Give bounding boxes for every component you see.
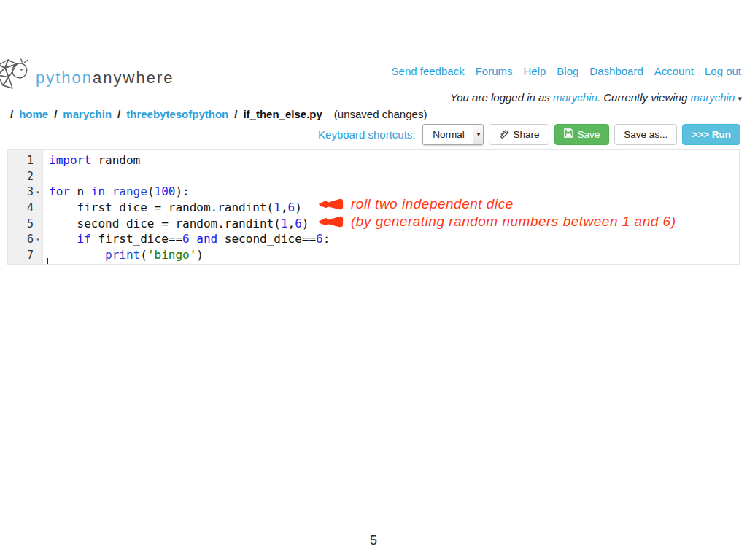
annotation-text: (by generating random numbers between 1 … (351, 214, 676, 230)
editor-gutter: 123▾456▾7 (8, 150, 43, 264)
line-number[interactable]: 7 (8, 247, 42, 263)
login-status-prefix: You are logged in as (450, 91, 553, 104)
pointing-hand-icon (318, 197, 344, 211)
text-cursor (47, 258, 48, 264)
annotation-text: roll two independent dice (351, 196, 514, 212)
run-button[interactable]: >>> Run (682, 124, 740, 145)
annotation-roll-dice: roll two independent dice (318, 196, 514, 212)
breadcrumb-link-marychin[interactable]: marychin (63, 108, 112, 120)
fold-caret-icon[interactable]: ▾ (34, 236, 42, 243)
pythonanywhere-logo-icon (0, 58, 31, 94)
breadcrumb: / home / marychin / threebytesofpython /… (10, 108, 427, 120)
pointing-hand-icon (318, 214, 344, 229)
code-line[interactable] (49, 168, 739, 184)
save-as-button[interactable]: Save as... (614, 124, 677, 145)
unsaved-changes-label: (unsaved changes) (334, 108, 427, 120)
code-line[interactable]: print('bingo') (49, 247, 739, 263)
save-button[interactable]: Save (554, 124, 610, 145)
login-status-line: You are logged in as marychin. Currently… (450, 91, 742, 104)
breadcrumb-separator: / (234, 108, 237, 120)
code-line[interactable]: import random (49, 152, 739, 168)
viewing-user-link[interactable]: marychin (690, 91, 735, 104)
nav-link-dashboard[interactable]: Dashboard (589, 65, 643, 77)
fold-caret-icon[interactable]: ▾ (34, 189, 42, 195)
line-number[interactable]: 1 (8, 152, 42, 168)
print-margin-line (608, 150, 608, 264)
pythonanywhere-logo[interactable]: pythonanywhere (0, 58, 174, 94)
line-number[interactable]: 5 (8, 216, 42, 232)
run-button-label: >>> Run (692, 129, 731, 140)
breadcrumb-separator: / (117, 108, 120, 120)
line-number[interactable]: 3▾ (8, 184, 42, 200)
nav-link-blog[interactable]: Blog (557, 65, 578, 77)
logged-in-user-link[interactable]: marychin (553, 91, 597, 104)
line-number[interactable]: 4 (8, 200, 42, 216)
top-nav: Send feedback Forums Help Blog Dashboard… (392, 65, 741, 77)
annotation-random-numbers: (by generating random numbers between 1 … (318, 214, 676, 230)
nav-link-send-feedback[interactable]: Send feedback (392, 65, 465, 77)
breadcrumb-current-file: if_then_else.py (243, 108, 322, 120)
slide: { "colors": { "brand_light_blue": "#53b1… (0, 0, 747, 560)
share-button[interactable]: Share (489, 124, 549, 145)
keyboard-mode-value: Normal (423, 125, 473, 144)
floppy-disk-icon (564, 128, 573, 140)
paperclip-icon (498, 128, 508, 141)
line-number[interactable]: 2 (8, 168, 42, 184)
nav-link-help[interactable]: Help (523, 65, 546, 77)
login-status-middle: . Currently viewing (597, 91, 691, 104)
breadcrumb-link-home[interactable]: home (19, 108, 48, 120)
code-line[interactable]: if first_dice==6 and second_dice==6: (49, 231, 739, 247)
nav-link-account[interactable]: Account (654, 65, 694, 77)
pythonanywhere-logo-text: pythonanywhere (36, 69, 174, 88)
keyboard-shortcuts-label: Keyboard shortcuts: (318, 128, 415, 141)
line-number[interactable]: 6▾ (8, 231, 42, 247)
editor-toolbar: Keyboard shortcuts: Normal ▼ Share Save … (318, 123, 740, 145)
save-button-label: Save (578, 129, 600, 140)
slide-page-number: 5 (0, 533, 747, 548)
chevron-down-icon[interactable]: ▾ (738, 94, 742, 103)
nav-link-logout[interactable]: Log out (705, 65, 741, 77)
breadcrumb-separator: / (10, 108, 13, 120)
chevron-down-icon: ▼ (473, 125, 483, 144)
nav-link-forums[interactable]: Forums (476, 65, 513, 77)
breadcrumb-link-threebytesofpython[interactable]: threebytesofpython (126, 108, 228, 120)
share-button-label: Share (513, 129, 539, 140)
save-as-button-label: Save as... (624, 129, 667, 140)
breadcrumb-separator: / (54, 108, 57, 120)
keyboard-mode-select[interactable]: Normal ▼ (422, 124, 484, 145)
